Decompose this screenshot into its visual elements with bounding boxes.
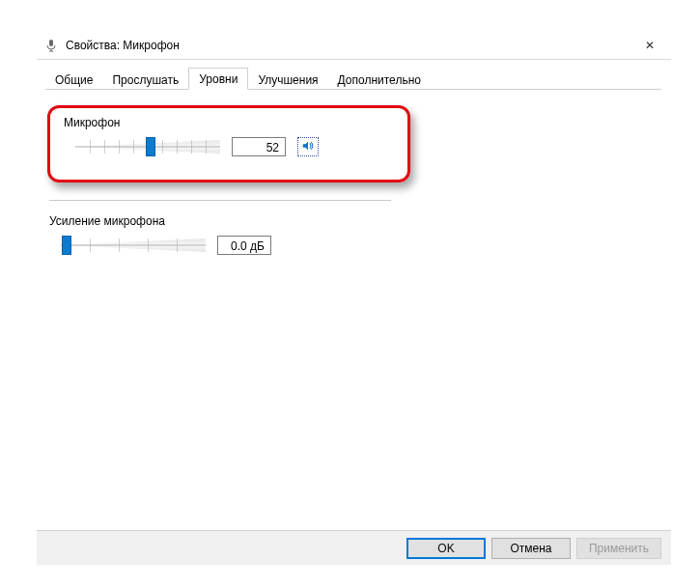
microphone-boost-group: Усиление микрофона 0.0 дБ bbox=[49, 214, 661, 255]
tab-bar: Общие Прослушать Уровни Улучшения Дополн… bbox=[45, 69, 661, 90]
titlebar: Свойства: Микрофон ✕ bbox=[37, 31, 671, 60]
microphone-level-row: 52 bbox=[64, 137, 394, 156]
close-button[interactable]: ✕ bbox=[628, 31, 671, 60]
divider bbox=[49, 200, 391, 201]
dialog-footer: OK Отмена Применить bbox=[37, 530, 671, 565]
window-title: Свойства: Микрофон bbox=[66, 39, 180, 52]
speaker-icon bbox=[301, 139, 315, 155]
tab-listen[interactable]: Прослушать bbox=[102, 70, 188, 90]
tab-advanced[interactable]: Дополнительно bbox=[328, 70, 431, 90]
microphone-slider-thumb[interactable] bbox=[146, 137, 155, 156]
microphone-boost-label: Усиление микрофона bbox=[49, 214, 661, 228]
svg-rect-0 bbox=[49, 40, 53, 46]
tab-content-levels: Микрофон 52 bbox=[45, 90, 661, 530]
microphone-mute-button[interactable] bbox=[297, 137, 319, 156]
tab-levels[interactable]: Уровни bbox=[188, 68, 248, 90]
boost-slider-thumb[interactable] bbox=[62, 236, 71, 255]
microphone-level-label: Микрофон bbox=[64, 116, 394, 129]
microphone-level-slider[interactable] bbox=[75, 137, 220, 156]
tab-enhancements[interactable]: Улучшения bbox=[248, 70, 327, 90]
properties-window: Свойства: Микрофон ✕ Общие Прослушать Ур… bbox=[0, 0, 700, 588]
microphone-level-group: Микрофон 52 bbox=[64, 116, 394, 156]
microphone-icon bbox=[44, 39, 58, 52]
microphone-boost-value[interactable]: 0.0 дБ bbox=[217, 236, 271, 255]
highlight-annotation: Микрофон 52 bbox=[47, 105, 410, 182]
tab-general[interactable]: Общие bbox=[45, 70, 102, 90]
microphone-boost-slider[interactable] bbox=[61, 236, 206, 255]
close-icon: ✕ bbox=[645, 39, 655, 52]
svg-marker-3 bbox=[303, 141, 308, 150]
ok-button[interactable]: OK bbox=[406, 538, 486, 559]
apply-button[interactable]: Применить bbox=[576, 538, 661, 559]
cancel-button[interactable]: Отмена bbox=[491, 538, 571, 559]
microphone-level-value[interactable]: 52 bbox=[232, 137, 286, 156]
microphone-boost-row: 0.0 дБ bbox=[49, 236, 661, 255]
